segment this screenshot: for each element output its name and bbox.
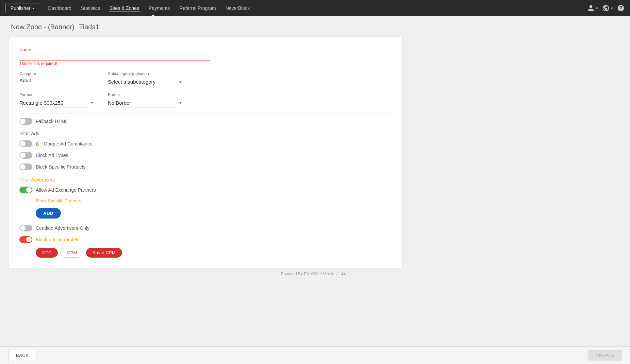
border-label: Border [108, 92, 183, 97]
block-specific-products-slider [19, 163, 32, 170]
top-navigation: Publisher ▾ Dashboard Statistics Sites &… [0, 0, 630, 16]
certified-advertisers-label: Certified Advertisers Only [36, 225, 89, 231]
google-ad-compliance-label: Google Ad Compliance [44, 141, 93, 146]
allow-ad-exchange-label: Allow Ad Exchange Partners [36, 187, 96, 193]
category-row: Category Adult Subcategory (optional) Se… [19, 71, 392, 86]
block-ad-types-label: Block Ad Types [36, 153, 68, 158]
allow-ad-exchange-row: Allow Ad Exchange Partners [19, 187, 392, 193]
fallback-html-row: Fallback HTML [19, 118, 392, 125]
format-select-wrapper: Rectangle 300x250 ▾ [19, 99, 94, 107]
format-label: Format [19, 92, 94, 97]
block-ad-types-slider [19, 152, 32, 159]
certified-advertisers-slider [19, 225, 32, 231]
nav-link-sites-zones[interactable]: Sites & Zones [109, 4, 140, 12]
block-pricing-toggle[interactable] [19, 236, 32, 243]
nav-link-dashboard[interactable]: Dashboard [47, 4, 72, 12]
smart-cpm-button[interactable]: Smart CPM [86, 248, 122, 258]
filter-ads-heading: Filter Ads [19, 131, 392, 136]
cpm-button[interactable]: CPM [61, 248, 83, 258]
page-title-main: New Zone - (Banner) [11, 23, 74, 31]
nav-arrow [150, 14, 156, 17]
block-specific-products-row: Block Specific Products [19, 163, 392, 170]
divider-1 [19, 114, 392, 114]
name-field-error: This field is required! [19, 61, 392, 66]
nav-link-statistics[interactable]: Statistics [80, 4, 101, 12]
allow-ad-exchange-toggle[interactable] [19, 187, 32, 193]
subcategory-select[interactable]: Select a subcategory [108, 77, 176, 86]
allow-ad-exchange-slider [19, 187, 32, 193]
footer-text: Powered By EXADS™ Version 1.44.1 [281, 272, 349, 276]
filter-advertisers-heading: Filter Advertisers [19, 177, 392, 183]
pricing-row: CPC CPM Smart CPM [36, 248, 392, 258]
help-button[interactable] [617, 4, 625, 12]
category-value: Adult [19, 77, 94, 83]
border-field: Border No Border ▾ [108, 92, 183, 107]
create-button[interactable]: CREATE [588, 350, 622, 361]
language-chevron-icon: ▾ [611, 6, 613, 11]
border-select-wrapper: No Border ▾ [108, 99, 183, 107]
block-specific-products-toggle[interactable] [19, 163, 32, 170]
account-chevron-icon: ▾ [596, 6, 598, 11]
add-button[interactable]: ADD [36, 208, 61, 219]
block-pricing-label: Block pricing models [36, 237, 79, 242]
page-title: New Zone - (Banner) Tiads1 [8, 23, 622, 31]
page-content: New Zone - (Banner) Tiads1 Name This fie… [0, 16, 630, 317]
google-icon: G [36, 141, 40, 147]
name-input[interactable] [19, 52, 210, 60]
subcategory-label: Subcategory (optional) [108, 71, 183, 76]
footer: Powered By EXADS™ Version 1.44.1 [8, 269, 622, 297]
block-ad-types-toggle[interactable] [19, 152, 32, 159]
block-specific-products-label: Block Specific Products [36, 164, 85, 170]
category-field: Category Adult [19, 71, 94, 86]
subcategory-field: Subcategory (optional) Select a subcateg… [108, 71, 183, 86]
nav-link-payments[interactable]: Payments [148, 4, 170, 12]
topnav-right-section: ▾ ▾ [587, 4, 625, 12]
nav-link-referral[interactable]: Referral Program [179, 4, 216, 12]
subcategory-select-wrapper: Select a subcategory ▾ [108, 77, 183, 86]
bottom-bar: BACK CREATE [0, 346, 630, 364]
block-ad-types-row: Block Ad Types [19, 152, 392, 159]
publisher-chevron-icon: ▾ [32, 6, 34, 10]
border-select[interactable]: No Border [108, 99, 176, 107]
format-select[interactable]: Rectangle 300x250 [19, 99, 87, 107]
nav-link-neverblock[interactable]: NeverBlock [225, 4, 251, 12]
cpc-button[interactable]: CPC [36, 248, 58, 258]
border-chevron-icon: ▾ [179, 101, 181, 105]
form-card: Name This field is required! Category Ad… [8, 37, 403, 269]
format-row: Format Rectangle 300x250 ▾ Border No Bor… [19, 92, 392, 107]
fallback-html-slider [19, 118, 32, 125]
back-button[interactable]: BACK [8, 350, 36, 361]
certified-advertisers-row: Certified Advertisers Only [19, 225, 392, 231]
subcategory-chevron-icon: ▾ [179, 80, 181, 84]
name-field-label: Name [19, 47, 31, 52]
google-ad-compliance-row: G Google Ad Compliance [19, 140, 392, 147]
category-label: Category [19, 71, 94, 76]
fallback-html-toggle[interactable] [19, 118, 32, 125]
publisher-label: Publisher [11, 5, 30, 11]
google-ad-compliance-toggle[interactable] [19, 140, 32, 147]
language-button[interactable]: ▾ [602, 4, 613, 12]
account-button[interactable]: ▾ [587, 4, 598, 12]
format-field: Format Rectangle 300x250 ▾ [19, 92, 94, 107]
block-pricing-row: Block pricing models [19, 236, 392, 243]
page-title-site: Tiads1 [79, 23, 99, 31]
fallback-html-label: Fallback HTML [36, 119, 68, 124]
block-specific-partners-link[interactable]: Block Specific Partners. [36, 198, 392, 203]
publisher-button[interactable]: Publisher ▾ [5, 3, 39, 13]
format-chevron-icon: ▾ [91, 101, 93, 105]
block-pricing-slider [19, 236, 32, 243]
certified-advertisers-toggle[interactable] [19, 225, 32, 231]
google-ad-compliance-slider [19, 140, 32, 147]
